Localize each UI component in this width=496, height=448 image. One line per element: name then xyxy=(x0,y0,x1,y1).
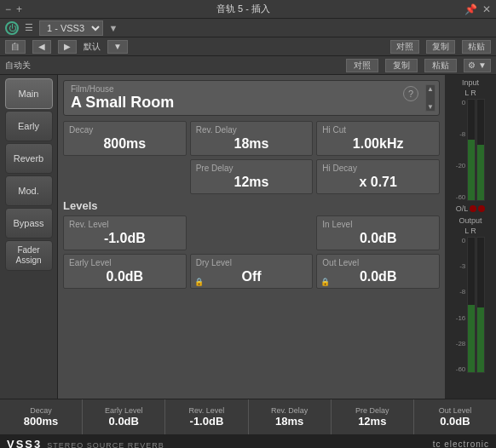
hi-decay-label: Hi Decay xyxy=(322,164,357,173)
bottom-out-level-value: 0.0dB xyxy=(440,415,470,428)
compare-button-2[interactable]: 对照 xyxy=(346,59,378,72)
ol-led-r xyxy=(478,205,485,212)
auto-off-label: 自动关 xyxy=(5,60,31,72)
lock-icon: 🔒 xyxy=(194,278,204,286)
levels-grid: Rev. Level -1.0dB In Level 0.0dB Early L… xyxy=(63,215,440,289)
bottom-rev-level-value: -1.0dB xyxy=(190,415,224,428)
levels-title: Levels xyxy=(63,199,440,212)
out-level-value: 0.0dB xyxy=(360,269,397,284)
sidebar-item-early[interactable]: Early xyxy=(5,111,53,141)
dry-level-param[interactable]: Dry Level Off 🔒 xyxy=(190,254,314,289)
ol-label: O/L xyxy=(456,204,469,213)
copy-button[interactable]: 复制 xyxy=(426,40,455,54)
scroll-up-icon[interactable]: ▲ xyxy=(427,85,434,93)
in-level-param[interactable]: In Level 0.0dB xyxy=(316,215,440,250)
bottom-rev-level: Rev. Level -1.0dB xyxy=(165,399,248,434)
window-title: 音轨 5 - 插入 xyxy=(27,3,459,15)
dropdown-button[interactable]: ▼ xyxy=(107,40,128,54)
bottom-rev-delay-value: 18ms xyxy=(275,415,303,428)
arrow-left-button[interactable]: ◀ xyxy=(32,40,51,54)
brand-sub: STEREO SOURCE REVERB xyxy=(47,441,164,449)
third-bar: 自 ◀ ▶ 默认 ▼ 对照 复制 粘贴 xyxy=(0,37,496,56)
sidebar-item-fader-assign[interactable]: FaderAssign xyxy=(5,240,53,271)
bottom-bar: Decay 800ms Early Level 0.0dB Rev. Level… xyxy=(0,399,496,434)
plus-icon[interactable]: + xyxy=(16,3,22,15)
center-content: Film/House A Small Room ? ▲ ▼ Decay 800m… xyxy=(58,75,445,399)
rev-level-value: -1.0dB xyxy=(104,231,146,246)
dry-level-value: Off xyxy=(241,269,261,284)
decay-param[interactable]: Decay 800ms xyxy=(63,121,187,156)
rev-level-label: Rev. Level xyxy=(69,220,109,229)
sidebar-item-reverb[interactable]: Reverb xyxy=(5,143,53,174)
bottom-pre-delay-value: 12ms xyxy=(358,415,386,428)
output-meter-l xyxy=(467,237,476,373)
decay-value: 800ms xyxy=(103,136,146,152)
rev-delay-value: 18ms xyxy=(234,136,269,152)
bottom-pre-delay-label: Pre Delay xyxy=(355,406,389,415)
dry-level-label: Dry Level xyxy=(196,258,232,267)
sidebar-item-mod[interactable]: Mod. xyxy=(5,175,53,206)
rev-delay-label: Rev. Delay xyxy=(196,125,237,135)
bottom-rev-level-label: Rev. Level xyxy=(189,406,225,415)
arrow-down-icon[interactable]: ▼ xyxy=(107,21,120,35)
second-bar: ⏻ ☰ 1 - VSS3 ▼ xyxy=(0,19,496,37)
levels-section: Levels Rev. Level -1.0dB In Level 0.0dB … xyxy=(63,199,440,289)
early-level-value: 0.0dB xyxy=(107,269,144,284)
sidebar-item-bypass[interactable]: Bypass xyxy=(5,208,53,238)
hi-cut-param[interactable]: Hi Cut 1.00kHz xyxy=(316,121,440,156)
track-select[interactable]: 1 - VSS3 xyxy=(39,20,103,36)
input-meter-r xyxy=(476,99,485,201)
minus-icon[interactable]: − xyxy=(5,3,11,15)
pre-delay-param[interactable]: Pre Delay 12ms xyxy=(190,159,314,194)
decay-label: Decay xyxy=(69,125,93,135)
settings-icon[interactable]: ☰ xyxy=(22,21,36,35)
fourth-bar: 自动关 对照 复制 粘贴 ⚙ ▼ xyxy=(0,56,496,75)
scroll-down-icon[interactable]: ▼ xyxy=(427,103,434,111)
paste-button[interactable]: 粘贴 xyxy=(462,40,491,54)
params-grid: Decay 800ms Rev. Delay 18ms Hi Cut 1.00k… xyxy=(63,121,440,194)
sidebar-item-main[interactable]: Main xyxy=(5,78,53,109)
lr-label-output: L R xyxy=(464,227,476,235)
early-level-param[interactable]: Early Level 0.0dB xyxy=(63,254,187,289)
preset-scrollbar[interactable]: ▲ ▼ xyxy=(425,84,435,112)
brand-name: VSS3 xyxy=(7,438,42,449)
hi-decay-value: x 0.71 xyxy=(359,175,396,190)
footer-brand: VSS3 STEREO SOURCE REVERB tc electronic xyxy=(0,434,496,448)
copy-button-2[interactable]: 复制 xyxy=(385,59,418,72)
lr-label-input: L R xyxy=(464,89,476,97)
hi-cut-value: 1.00kHz xyxy=(353,136,404,152)
bottom-pre-delay: Pre Delay 12ms xyxy=(332,399,414,434)
auto-button[interactable]: 自 xyxy=(5,40,26,54)
close-icon[interactable]: ✕ xyxy=(482,3,491,15)
preset-name: A Small Room xyxy=(71,94,432,112)
top-bar: − + 音轨 5 - 插入 📌 ✕ xyxy=(0,0,496,19)
bottom-early-level: Early Level 0.0dB xyxy=(83,399,165,434)
in-level-value: 0.0dB xyxy=(360,231,397,246)
lock-icon-2: 🔒 xyxy=(320,278,330,286)
arrow-right-button[interactable]: ▶ xyxy=(58,40,77,54)
ol-led-l xyxy=(470,205,476,212)
gear-settings-button[interactable]: ⚙ ▼ xyxy=(464,59,491,72)
default-label: 默认 xyxy=(84,41,101,53)
bottom-decay-value: 800ms xyxy=(24,415,58,428)
bottom-early-level-label: Early Level xyxy=(105,406,143,415)
input-label: Input xyxy=(462,78,479,87)
hi-decay-param[interactable]: Hi Decay x 0.71 xyxy=(316,159,440,194)
rev-level-param[interactable]: Rev. Level -1.0dB xyxy=(63,215,187,250)
paste-button-2[interactable]: 粘贴 xyxy=(424,59,457,72)
output-meter-r xyxy=(476,237,485,373)
preset-category: Film/House xyxy=(71,84,432,94)
rev-delay-param[interactable]: Rev. Delay 18ms xyxy=(190,121,314,156)
pre-delay-value: 12ms xyxy=(234,175,269,190)
out-level-label: Out Level xyxy=(322,258,359,267)
in-level-label: In Level xyxy=(322,220,352,229)
brand-logo: tc electronic xyxy=(433,439,489,449)
power-button[interactable]: ⏻ xyxy=(5,21,19,35)
compare-button[interactable]: 对照 xyxy=(390,40,419,54)
help-button[interactable]: ? xyxy=(403,86,418,101)
bottom-early-level-value: 0.0dB xyxy=(109,415,139,428)
preset-area[interactable]: Film/House A Small Room ? ▲ ▼ xyxy=(63,80,440,116)
out-level-param[interactable]: Out Level 0.0dB 🔒 xyxy=(316,254,440,289)
pin-icon[interactable]: 📌 xyxy=(464,3,477,15)
hi-cut-label: Hi Cut xyxy=(322,125,346,135)
